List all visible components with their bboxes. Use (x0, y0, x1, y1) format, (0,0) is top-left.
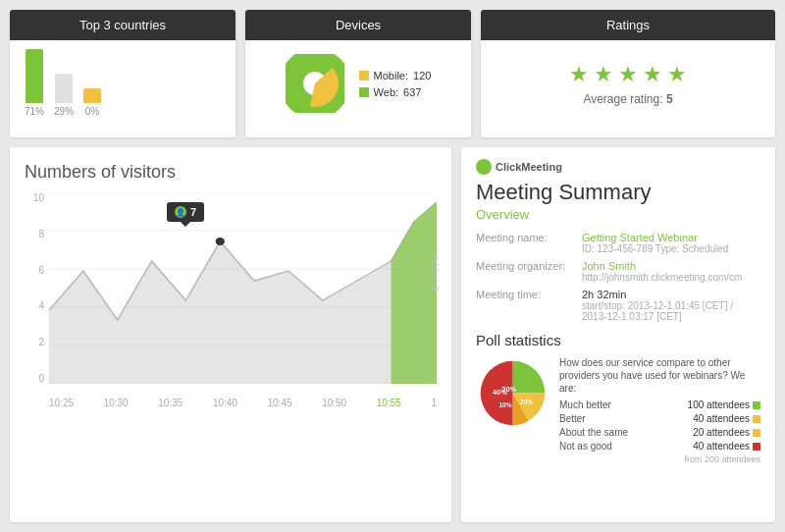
web-dot (359, 87, 369, 97)
web-label: Web: (374, 86, 398, 98)
x-axis: 10:25 10:30 10:35 10:40 10:45 10:50 10:5… (49, 398, 437, 408)
poll-count-0: 100 attendees (688, 399, 750, 410)
bar-label-2: 29% (54, 106, 74, 117)
poll-value-2: 20 attendees (693, 427, 760, 438)
info-row-time: Meeting time: 2h 32min start/stop: 2013-… (476, 289, 760, 322)
meeting-logo: ClickMeeting (476, 159, 760, 175)
name-col: Getting Started Webinar ID: 123-456-789 … (582, 232, 728, 254)
x-label-6: 10:55 (377, 398, 401, 408)
mobile-dot (359, 71, 369, 80)
x-label-1: 10:30 (104, 398, 129, 408)
y-axis: 0 2 4 6 8 10 (25, 192, 49, 384)
star-4: ★ (643, 62, 662, 87)
poll-question: How does our service compare to other pr… (559, 356, 760, 395)
countries-header: Top 3 countries (10, 10, 236, 40)
poll-value-0: 100 attendees (688, 399, 760, 410)
ratings-header: Ratings (481, 10, 775, 40)
devices-card: Devices Mobile: 120 (245, 10, 471, 137)
poll-dot-2 (753, 429, 760, 437)
y-label-10: 10 (25, 192, 49, 203)
poll-dot-3 (753, 443, 760, 451)
time-sub: start/stop: 2013-12-1 01:45 [CET] / 2013… (582, 300, 760, 322)
star-2: ★ (594, 62, 613, 87)
devices-header: Devices (245, 10, 471, 40)
web-value: 637 (403, 86, 421, 98)
poll-label-3: Not as good (559, 441, 612, 452)
poll-total: from 200 attendees (559, 454, 760, 464)
poll-label-0: Much better (559, 399, 611, 410)
ratings-title: Ratings (606, 18, 650, 32)
svg-point-10 (216, 238, 225, 245)
bar-1 (26, 49, 43, 103)
countries-body: 71% 29% 0% (10, 40, 236, 127)
devices-legend: Mobile: 120 Web: 637 (359, 70, 432, 98)
visitors-card: Numbers of visitors 0 2 4 6 8 10 (10, 147, 451, 522)
logo-icon (476, 159, 492, 175)
y-label-0: 0 (25, 373, 49, 384)
name-sub: ID: 123-456-789 Type: Scheduled (582, 243, 728, 254)
organizer-sub: http://johnsmith.clickmeeting.com/cm (582, 272, 742, 283)
avg-rating: Average rating: 5 (583, 92, 672, 106)
bar-3 (83, 88, 101, 103)
poll-item-0: Much better 100 attendees (559, 399, 760, 410)
poll-item-1: Better 40 attendees (559, 413, 760, 424)
organizer-value: John Smith (582, 260, 742, 272)
tooltip-value: 7 (190, 206, 196, 218)
x-label-3: 10:40 (213, 398, 237, 408)
avg-value: 5 (666, 92, 673, 106)
devices-body: Mobile: 120 Web: 637 (245, 40, 471, 127)
poll-value-3: 40 attendees (693, 441, 760, 452)
chart-tooltip: 👤 7 (167, 202, 204, 222)
poll-title: Poll statistics (476, 332, 760, 348)
x-label-7: 1 (431, 398, 437, 408)
countries-title: Top 3 countries (79, 18, 166, 32)
x-label-5: 10:50 (322, 398, 346, 408)
poll-item-2: About the same 20 attendees (559, 427, 760, 438)
avg-label: Average rating: (583, 92, 662, 106)
bar-label-1: 71% (25, 106, 44, 117)
y-label-2: 2 (25, 337, 49, 347)
devices-title: Devices (336, 18, 381, 32)
poll-item-3: Not as good 40 attendees (559, 441, 760, 452)
y-label-4: 4 (25, 300, 49, 311)
name-label: Meeting name: (476, 232, 574, 254)
poll-dot-0 (753, 401, 760, 409)
devices-pie (286, 54, 344, 113)
poll-count-3: 40 attendees (693, 441, 750, 452)
bar-group-3: 0% (83, 49, 101, 117)
bar-2 (55, 74, 73, 103)
star-3: ★ (618, 62, 638, 87)
time-value: 2h 32min (582, 289, 760, 300)
mobile-label: Mobile: (374, 70, 408, 81)
poll-count-1: 40 attendees (693, 413, 750, 424)
mobile-value: 120 (413, 70, 431, 81)
star-5: ★ (667, 62, 687, 87)
star-1: ★ (569, 62, 589, 87)
x-label-4: 10:45 (268, 398, 292, 408)
organizer-col: John Smith http://johnsmith.clickmeeting… (582, 260, 742, 283)
svg-point-1 (303, 72, 327, 95)
legend-web: Web: 637 (359, 86, 432, 98)
meeting-title: Meeting Summary (476, 180, 760, 205)
poll-dot-1 (753, 415, 760, 423)
info-row-name: Meeting name: Getting Started Webinar ID… (476, 232, 760, 254)
chart-area: 0 2 4 6 8 10 (25, 192, 437, 408)
overview-title: Overview (476, 207, 760, 222)
chart-svg-container: 👤 7 lobby off (49, 192, 437, 384)
ratings-card: Ratings ★ ★ ★ ★ ★ Average rating: 5 (481, 10, 775, 137)
info-row-organizer: Meeting organizer: John Smith http://joh… (476, 260, 760, 283)
bar-label-3: 0% (85, 106, 99, 117)
y-label-6: 6 (25, 265, 49, 276)
countries-card: Top 3 countries 71% 29% (10, 10, 236, 137)
svg-marker-8 (49, 202, 437, 384)
organizer-label: Meeting organizer: (476, 260, 574, 283)
x-label-0: 10:25 (49, 398, 74, 408)
tooltip-icon: 👤 (175, 206, 186, 218)
svg-text:10%: 10% (498, 401, 511, 408)
poll-value-1: 40 attendees (693, 413, 760, 424)
poll-count-2: 20 attendees (693, 427, 750, 438)
time-label: Meeting time: (476, 289, 574, 322)
bar-group-2: 29% (54, 49, 74, 117)
poll-label-2: About the same (559, 427, 628, 438)
stars-container: ★ ★ ★ ★ ★ (569, 62, 687, 87)
